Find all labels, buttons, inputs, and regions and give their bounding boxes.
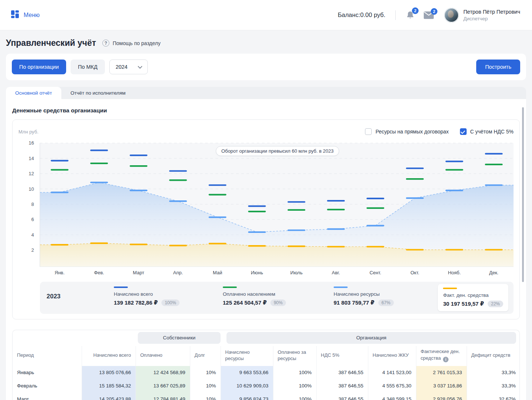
legend-value-row: 125 264 504,57 ₽90%: [223, 299, 286, 306]
table-cell: 100%: [273, 393, 316, 400]
unit-label: Млн руб.: [18, 129, 38, 135]
table-row: Январь13 805 076,6612 424 568,9910%9 663…: [13, 366, 520, 379]
checkbox-box-checked[interactable]: [460, 128, 467, 135]
group-owners: Собственники: [138, 332, 221, 344]
legend-label: Начислено всего: [114, 291, 180, 297]
help-button[interactable]: ? Помощь по разделу: [102, 40, 160, 47]
column-header: Оплачено за ресурсы: [273, 346, 316, 366]
help-label: Помощь по разделу: [113, 40, 160, 46]
year-select[interactable]: 2024: [109, 60, 148, 74]
month-label: Июнь: [251, 270, 263, 275]
messages-badge: 2: [431, 8, 437, 15]
top-bar-divider: [395, 10, 396, 20]
chevron-down-icon: [138, 64, 142, 70]
legend-label: Факт. ден. средства: [443, 292, 503, 298]
cash-chart-svg: 246810121416Янв.Фев.МартАпр.МайИюньИюльА…: [18, 138, 514, 277]
table-cell: 10 629 909,03: [221, 379, 273, 393]
table-cell: 387 646,55: [316, 379, 368, 393]
tab-main-report[interactable]: Основной отчёт: [6, 87, 61, 99]
table-cell: 3 037 116,86: [416, 379, 467, 393]
balance-text: Баланс:0.00 руб.: [338, 11, 385, 18]
table-cell: 13 805 076,66: [82, 366, 136, 379]
table-cell: 4 141 523,00: [368, 366, 416, 379]
chart-checkboxes: Ресурсы на прямых договорах С учётом НДС…: [365, 128, 514, 135]
table-cell: 2 928 056,76: [416, 393, 467, 400]
month-label: Дек.: [489, 270, 498, 275]
tabs-wrap: Основной отчёт Отчёт по исполнителям Ден…: [6, 87, 526, 400]
table-card: СобственникиОрганизацияПериодНачислено в…: [12, 330, 520, 400]
column-header-label: Начислено ЖКУ: [373, 352, 409, 358]
month-label: Янв.: [55, 270, 65, 275]
table-row: Февраль15 185 584,3213 667 025,8910%10 6…: [13, 379, 520, 393]
month-label: Март: [133, 270, 144, 275]
tab-contractor-report[interactable]: Отчёт по исполнителям: [61, 87, 135, 99]
table-cell: 10%: [190, 366, 221, 379]
y-tick-label: 10: [29, 186, 34, 192]
table-cell: 9 663 553,66: [221, 366, 273, 379]
legend-value: 125 264 504,57 ₽: [223, 299, 267, 306]
legend-year: 2023: [47, 293, 61, 300]
legend-value-row: 91 803 759,77 ₽67%: [334, 299, 394, 306]
page-title: Управленческий учёт: [6, 38, 96, 48]
mkd-filter-button[interactable]: По МКД: [71, 60, 105, 74]
month-label: Апр.: [173, 270, 183, 275]
month-label: Нояб.: [448, 270, 461, 275]
direct-contracts-checkbox[interactable]: Ресурсы на прямых договорах: [365, 128, 449, 135]
month-label: Сент.: [369, 270, 381, 275]
chart-card: Млн руб. Ресурсы на прямых договорах С у…: [12, 119, 520, 319]
org-filter-button[interactable]: По организации: [12, 60, 66, 74]
title-row: Управленческий учёт ? Помощь по разделу: [0, 30, 532, 54]
legend-percent-badge: 100%: [161, 299, 180, 306]
y-tick-label: 2: [31, 247, 34, 253]
month-label: Авг.: [332, 270, 340, 275]
y-tick-label: 6: [31, 217, 34, 222]
column-header-label: Дефицит средств: [471, 352, 511, 358]
top-bar: Меню Баланс:0.00 руб. 2 2 Петров Пётр Пе…: [0, 0, 532, 30]
legend-item-2: Оплачено населением125 264 504,57 ₽90%: [223, 287, 286, 306]
table-cell: 12 424 568,99: [136, 366, 190, 379]
menu-button[interactable]: Меню: [11, 10, 40, 20]
vat-checkbox[interactable]: С учётом НДС 5%: [460, 128, 514, 135]
column-header-label: Оплачено за ресурсы: [278, 349, 306, 361]
y-tick-label: 12: [29, 171, 34, 176]
month-label: Май: [213, 270, 222, 275]
legend-percent-badge: 90%: [270, 299, 286, 306]
notifications-badge: 2: [412, 7, 419, 14]
notifications-button[interactable]: 2: [406, 10, 415, 20]
vat-label: С учётом НДС 5%: [470, 129, 514, 135]
vertical-scrollbar[interactable]: [522, 107, 524, 282]
y-tick-label: 16: [29, 140, 34, 146]
menu-label: Меню: [24, 12, 40, 18]
chart-controls: Млн руб. Ресурсы на прямых договорах С у…: [18, 125, 514, 138]
column-header-label: Долг: [195, 352, 205, 358]
legend-value: 30 197 519,57 ₽: [443, 301, 484, 307]
legend-value-row: 30 197 519,57 ₽22%: [443, 301, 503, 307]
build-button[interactable]: Построить: [476, 60, 520, 74]
legend-label: Начислено ресурсы: [334, 291, 394, 297]
checkbox-box-unchecked[interactable]: [365, 128, 372, 135]
column-header: Начислено ресурсы: [221, 346, 273, 366]
legend-label: Оплачено населением: [223, 291, 286, 297]
info-icon[interactable]: i: [443, 357, 449, 362]
legend-item-3: Начислено ресурсы91 803 759,77 ₽67%: [334, 287, 394, 306]
legend-value: 91 803 759,77 ₽: [334, 299, 375, 306]
legend-color-dash: [443, 288, 457, 289]
table-cell: 10%: [190, 379, 221, 393]
column-header: Фактические ден. средстваi: [416, 346, 467, 366]
column-header: НДС 5%: [316, 346, 368, 366]
table-cell: Март: [13, 393, 82, 400]
data-table: СобственникиОрганизацияПериодНачислено в…: [13, 330, 520, 400]
table-header-row: ПериодНачислено всегоОплаченоДолгНачисле…: [13, 346, 520, 366]
column-header: Период: [13, 346, 82, 366]
table-cell: 2 761 015,33: [416, 366, 467, 379]
legend-item-1: Начислено всего139 182 782,86 ₽100%: [114, 287, 180, 306]
table-group-row: СобственникиОрганизация: [13, 330, 520, 346]
column-header-label: Фактические ден. средства: [421, 349, 460, 360]
table-cell: 15 185 584,32: [82, 379, 136, 393]
table-cell: 4 348 599,15: [368, 393, 416, 400]
messages-button[interactable]: 2: [424, 11, 434, 19]
group-spacer: [13, 330, 136, 346]
column-header-label: НДС 5%: [321, 352, 340, 358]
avatar[interactable]: [444, 8, 459, 23]
table-cell: 100%: [273, 379, 316, 393]
